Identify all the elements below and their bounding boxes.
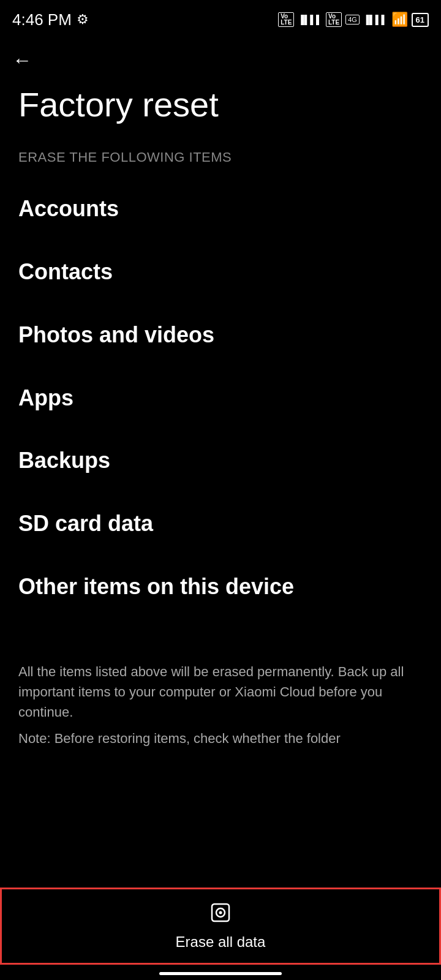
status-bar: 4:46 PM ⚙ VoLTE ▐▌▌▌ VoLTE 4G ▐▌▌▌ 📶 61 bbox=[0, 0, 441, 37]
signal1-icon: ▐▌▌▌ bbox=[298, 15, 322, 24]
note-text: Note: Before restoring items, check whet… bbox=[18, 728, 423, 748]
list-item-contacts: Contacts bbox=[18, 241, 423, 304]
back-button[interactable]: ← bbox=[0, 37, 441, 78]
time-display: 4:46 PM bbox=[12, 10, 72, 29]
list-item-other-items: Other items on this device bbox=[18, 556, 423, 619]
volte1-icon: VoLTE bbox=[278, 12, 294, 27]
home-indicator bbox=[0, 965, 441, 980]
list-item-backups: Backups bbox=[18, 429, 423, 492]
list-item-accounts: Accounts bbox=[18, 178, 423, 241]
erase-button-label: Erase all data bbox=[176, 933, 266, 951]
erase-all-data-button[interactable]: Erase all data bbox=[0, 888, 441, 965]
erase-items-list: Accounts Contacts Photos and videos Apps… bbox=[0, 178, 441, 619]
home-bar bbox=[159, 972, 282, 975]
erase-icon bbox=[209, 902, 232, 929]
list-item-photos-videos: Photos and videos bbox=[18, 304, 423, 367]
warning-text: All the items listed above will be erase… bbox=[18, 662, 423, 722]
list-item-sd-card: SD card data bbox=[18, 492, 423, 556]
status-time-area: 4:46 PM ⚙ bbox=[12, 10, 89, 29]
wifi-icon: 📶 bbox=[391, 12, 408, 28]
volte2-icon: VoLTE bbox=[326, 12, 342, 27]
section-header: ERASE THE FOLLOWING ITEMS bbox=[0, 143, 441, 178]
back-arrow-icon: ← bbox=[12, 49, 32, 71]
status-icons-area: VoLTE ▐▌▌▌ VoLTE 4G ▐▌▌▌ 📶 61 bbox=[278, 12, 429, 28]
settings-icon: ⚙ bbox=[77, 12, 89, 28]
battery-indicator: 61 bbox=[412, 13, 429, 27]
signal2-icon: ▐▌▌▌ bbox=[363, 15, 388, 24]
erase-button-container: Erase all data bbox=[0, 888, 441, 980]
list-item-apps: Apps bbox=[18, 367, 423, 430]
4g-icon: 4G bbox=[345, 15, 360, 24]
page-title: Factory reset bbox=[0, 78, 441, 143]
warning-section: All the items listed above will be erase… bbox=[0, 643, 441, 761]
erase-svg-icon bbox=[209, 902, 232, 924]
svg-point-2 bbox=[219, 911, 222, 914]
